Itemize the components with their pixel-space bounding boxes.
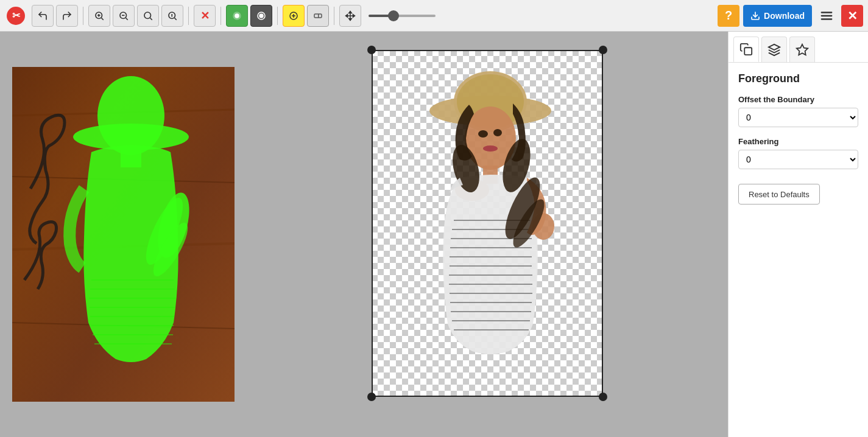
toolbar: ✂ <box>0 0 868 32</box>
redo-button[interactable] <box>56 5 78 27</box>
svg-line-10 <box>150 18 152 19</box>
main-content: Foreground Offset the Boundary 0 1 2 3 5… <box>0 32 868 437</box>
download-button[interactable]: Download <box>743 5 812 27</box>
result-image[interactable] <box>372 50 603 397</box>
svg-line-3 <box>101 18 103 19</box>
star-icon <box>796 43 809 57</box>
separator-2 <box>188 7 189 25</box>
cutout-preview <box>372 50 603 397</box>
separator-3 <box>221 7 221 25</box>
separator-5 <box>334 7 334 25</box>
zoom-in-button[interactable] <box>88 5 110 27</box>
foreground-brush-button[interactable] <box>226 5 248 27</box>
close-tool-button[interactable]: ✕ <box>194 5 216 27</box>
svg-marker-77 <box>769 44 780 49</box>
left-panel <box>12 44 235 425</box>
add-background-button[interactable] <box>307 5 329 27</box>
svg-point-15 <box>235 14 239 18</box>
svg-line-7 <box>125 18 127 19</box>
tab-layers[interactable] <box>761 37 787 62</box>
handle-bottom-right[interactable] <box>599 393 607 401</box>
download-icon <box>750 11 760 21</box>
background-image <box>12 67 235 402</box>
zoom-out-button[interactable] <box>113 5 135 27</box>
handle-bottom-left[interactable] <box>367 393 376 401</box>
tab-star[interactable] <box>789 37 815 62</box>
layers-icon <box>767 43 781 57</box>
zoom-actual-button[interactable] <box>161 5 183 27</box>
original-image[interactable] <box>12 67 235 402</box>
svg-point-55 <box>483 145 498 152</box>
panel-title: Foreground <box>738 72 858 85</box>
svg-marker-78 <box>797 44 808 54</box>
tab-copy[interactable] <box>733 37 759 62</box>
menu-button[interactable] <box>816 5 838 27</box>
svg-point-54 <box>493 129 502 136</box>
handle-top-left[interactable] <box>367 46 376 54</box>
close-button[interactable]: ✕ <box>841 5 863 27</box>
copy-icon <box>739 43 753 56</box>
right-panel <box>259 44 716 425</box>
brush-size-slider[interactable] <box>369 15 436 17</box>
separator-1 <box>83 7 83 25</box>
help-button[interactable]: ? <box>718 5 739 27</box>
add-foreground-button[interactable] <box>283 5 305 27</box>
canvas-area <box>0 32 728 437</box>
sidebar-content: Foreground Offset the Boundary 0 1 2 3 5… <box>729 63 868 437</box>
brush-size-control <box>369 15 436 17</box>
svg-point-53 <box>478 130 488 138</box>
offset-boundary-label: Offset the Boundary <box>738 95 858 104</box>
svg-text:✂: ✂ <box>12 10 21 21</box>
handle-top-right[interactable] <box>599 46 607 54</box>
background-brush-button[interactable] <box>250 5 272 27</box>
move-button[interactable] <box>339 5 361 27</box>
svg-rect-76 <box>744 47 752 55</box>
toolbar-right: ? Download ✕ <box>718 5 863 27</box>
svg-point-9 <box>144 12 151 19</box>
offset-boundary-select[interactable]: 0 1 2 3 5 10 <box>738 108 858 127</box>
hamburger-icon <box>820 9 833 23</box>
feathering-label: Feathering <box>738 137 858 146</box>
sidebar: Foreground Offset the Boundary 0 1 2 3 5… <box>728 32 868 437</box>
separator-4 <box>277 7 278 25</box>
feathering-select[interactable]: 0 1 2 3 5 10 <box>738 150 858 169</box>
undo-button[interactable] <box>32 5 54 27</box>
zoom-fit-button[interactable] <box>137 5 159 27</box>
svg-point-17 <box>259 14 263 18</box>
sidebar-tabs <box>729 32 868 63</box>
svg-rect-48 <box>121 149 141 167</box>
reset-defaults-button[interactable]: Reset to Defaults <box>738 184 820 205</box>
app-logo: ✂ <box>5 5 27 27</box>
svg-line-12 <box>174 18 176 19</box>
